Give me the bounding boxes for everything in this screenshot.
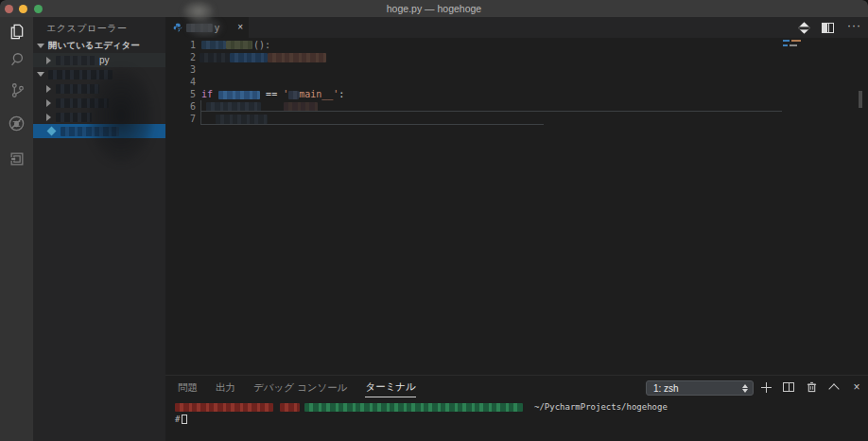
panel-tab-terminal[interactable]: ターミナル [365,377,415,397]
tree-root-folder[interactable] [33,67,165,81]
minimap[interactable] [780,38,837,57]
current-line-border [200,124,544,125]
chevron-collapsed-icon [46,85,51,93]
minimap-mark [783,40,790,42]
terminal-cursor [182,415,187,424]
activity-bar-source-control[interactable] [0,76,33,104]
open-editor-item[interactable]: py [33,53,165,67]
run-action-icon[interactable] [798,22,810,34]
line-number: 5 [165,88,196,100]
close-panel-button[interactable]: × [845,381,868,393]
new-terminal-button[interactable] [755,382,777,393]
redacted-folder-name [48,70,113,79]
chevron-up-icon [828,383,839,394]
line-number: 7 [165,113,196,125]
redacted-terminal-text-green [304,403,523,412]
tree-item-selected[interactable] [33,124,165,138]
panel-tab-bar: 問題 出力 デバッグ コンソール ターミナル [178,376,416,398]
minimap-mark [791,40,801,42]
current-line-border [200,100,201,125]
redacted-code [201,41,226,49]
kill-terminal-button[interactable] [800,381,823,393]
terminal-cwd-path: ~/PycharmProjects/hogehoge [534,402,668,412]
redacted-filename [56,56,97,65]
redacted-selected-name [61,127,119,136]
window-title: hoge.py — hogehoge [0,3,868,14]
tree-item[interactable] [33,81,165,96]
line-number: 6 [165,100,196,113]
debug-icon [8,115,26,132]
explorer-title: エクスプローラー [46,22,127,35]
chevron-collapsed-icon [46,57,51,64]
line-number: 2 [165,51,196,63]
code-editor[interactable]: 1 2 3 4 5 6 7 (): if == 'main__': [165,38,868,375]
chevron-expanded-icon [37,44,44,48]
open-editors-section-header[interactable]: 開いているエディター [33,39,165,53]
close-icon: × [853,381,859,393]
chevron-collapsed-icon [46,99,51,107]
open-editors-label: 開いているエディター [48,40,140,52]
panel-tab-debug-console[interactable]: デバッグ コンソール [253,378,347,397]
redacted-terminal-text-red [175,403,273,412]
redacted-string [288,91,299,99]
activity-bar-debug[interactable] [0,109,33,137]
extensions-icon [9,150,26,168]
redacted-tab-name [186,24,213,32]
redacted-code [230,53,268,62]
open-editor-filename-suffix: py [99,55,110,65]
editor-tab[interactable]: y × [165,17,249,38]
redacted-item-name [56,113,92,122]
terminal-picker-select[interactable]: 1: zsh [646,380,754,396]
python-file-icon [47,127,57,136]
tree-item[interactable] [33,96,165,110]
redacted-terminal-text-red [280,403,300,412]
chevron-expanded-icon [37,72,44,77]
code-line1-suffix: (): [253,39,270,51]
redacted-code [200,53,230,62]
search-icon [9,51,26,68]
explorer-sidebar: エクスプローラー 開いているエディター py [33,17,165,441]
split-editor-icon[interactable] [822,23,834,33]
maximize-panel-button[interactable] [823,381,845,393]
redacted-item-name [56,98,109,108]
minimap-mark [783,44,788,46]
scrollbar-thumb[interactable] [859,91,862,108]
terminal-area[interactable]: ~/PycharmProjects/hogehoge # [165,398,868,441]
git-branch-icon [9,81,26,99]
panel-actions: × [755,376,868,398]
activity-bar-search[interactable] [0,45,33,74]
current-line-border [200,111,782,112]
terminal-output-line: ~/PycharmProjects/hogehoge [165,401,868,413]
redacted-item-name [56,84,99,94]
chevron-collapsed-icon [46,114,51,121]
minimap-mark [790,44,797,46]
close-tab-icon[interactable]: × [237,23,243,32]
trash-icon [807,381,817,393]
line-number: 1 [165,39,196,51]
colon: : [339,89,344,99]
operator: == [266,89,283,99]
keyword-if: if [201,89,213,99]
split-terminal-icon [783,382,794,392]
vscode-window: hoge.py — hogehoge [0,0,868,441]
line-number: 4 [165,76,196,88]
python-icon [173,19,182,36]
redacted-code [216,115,268,124]
panel-tab-problems[interactable]: 問題 [178,378,198,397]
select-stepper-icon [739,382,751,394]
redacted-code [268,53,326,62]
tree-item[interactable] [33,110,165,124]
plus-icon [761,382,772,393]
terminal-prompt-char: # [175,415,180,424]
terminal-picker-value: 1: zsh [653,383,679,394]
activity-bar-extensions[interactable] [0,145,33,173]
bottom-panel: 問題 出力 デバッグ コンソール ターミナル 1: zsh × [165,375,868,441]
panel-tab-output[interactable]: 出力 [216,378,235,397]
files-icon [8,23,26,41]
string-tail: main__' [299,89,339,99]
terminal-prompt-line: # [175,415,180,426]
editor-tab-bar: y × ··· [165,17,868,38]
activity-bar-explorer[interactable] [0,17,33,45]
split-terminal-button[interactable] [777,382,800,392]
redacted-identifier [218,91,260,99]
